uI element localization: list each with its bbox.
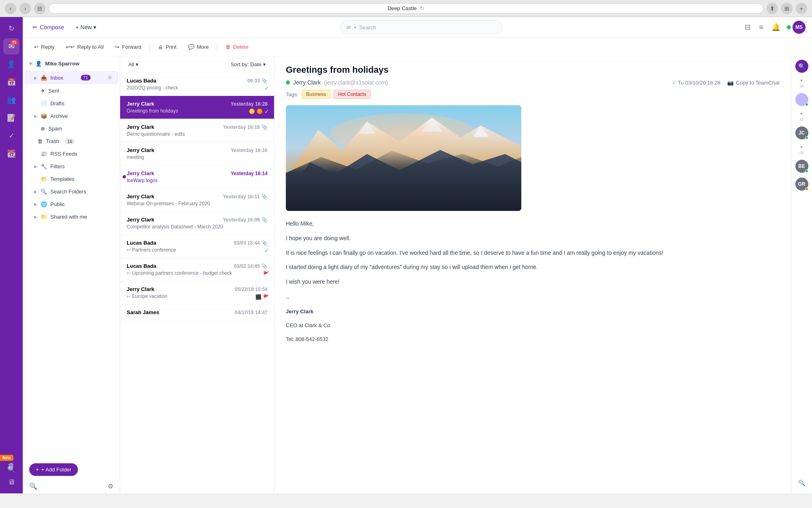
- time: 03/03 15:44: [234, 240, 260, 246]
- sidebar-item-drafts[interactable]: 📄 Drafts: [24, 98, 118, 109]
- email-sender-8: Lucas Bada 03/03 15:44 📎: [127, 240, 268, 246]
- sidebar-toggle[interactable]: ⊟: [34, 3, 45, 14]
- filter-icon-btn[interactable]: ≡: [757, 22, 765, 33]
- reply-all-icon: ↩↩: [66, 44, 75, 50]
- sidebar-item-inbox[interactable]: ▶ 📥 Inbox 71 ≡: [24, 71, 118, 84]
- time: Yesterday 16:14: [231, 171, 268, 176]
- forward-button[interactable]: ›: [19, 3, 31, 14]
- panel-avatar-2[interactable]: JC: [795, 126, 808, 139]
- sidebar-item-filters[interactable]: ▶ 🔧 Filters: [24, 161, 118, 172]
- email-item-8[interactable]: Lucas Bada 03/03 15:44 📎 ↩ Partners conf…: [120, 235, 274, 258]
- email-item-2[interactable]: Jerry Clark Yesterday 16:28 Greetings fr…: [120, 96, 274, 119]
- cal2-rail-icon[interactable]: 📆: [3, 145, 19, 162]
- reply-all-button[interactable]: ↩↩ Reply to All: [61, 41, 108, 53]
- email-sender-4: Jerry Clark Yesterday 16:16: [127, 147, 268, 153]
- svg-marker-4: [422, 117, 442, 132]
- user-avatar[interactable]: MS: [793, 21, 806, 34]
- sort-button[interactable]: Sort by: Date ▾: [227, 60, 269, 69]
- panel-avatar-1[interactable]: [795, 93, 808, 106]
- panel-search-icon[interactable]: 🔍: [795, 60, 808, 73]
- tag-business[interactable]: Business: [302, 90, 330, 99]
- time: Yesterday 16:28: [231, 101, 268, 107]
- bell-icon-btn[interactable]: 🔔: [770, 21, 782, 33]
- check-rail-icon[interactable]: ✓: [3, 128, 19, 144]
- sidebar-search-icon[interactable]: 🔍: [29, 482, 37, 490]
- panel-avatar-4[interactable]: GR: [795, 178, 808, 191]
- clip-icon: 📎: [261, 240, 268, 246]
- sidebar-item-sent[interactable]: ✈ Sent: [24, 85, 118, 97]
- search-rail-icon[interactable]: 🔍: [3, 461, 19, 477]
- compose-button[interactable]: ✏ Compose: [29, 22, 67, 33]
- online-indicator-3: [805, 169, 808, 173]
- sender-name: Jerry Clark: [127, 286, 154, 292]
- more-button[interactable]: 💬 More: [183, 41, 214, 53]
- sidebar-item-search-folders[interactable]: ▶ 🔍 Search Folders: [24, 186, 118, 198]
- new-button[interactable]: + New ▾: [72, 22, 99, 33]
- unread-dot-5: [123, 175, 126, 178]
- time: 09:33: [247, 78, 260, 84]
- action-divider-1: [149, 42, 150, 52]
- sidebar-toggle-btn[interactable]: ⊟: [743, 21, 752, 33]
- email-item-3[interactable]: Jerry Clark Yesterday 16:18 📎 Demo quest…: [120, 119, 274, 142]
- tasks-rail-icon[interactable]: 👥: [3, 92, 19, 108]
- tag-hot-contacts[interactable]: Hot Contacts: [334, 90, 371, 99]
- panel-label-x1: x1: [800, 117, 804, 122]
- sidebar-item-spam[interactable]: ⊗ Spam: [24, 123, 118, 135]
- refresh-rail-icon[interactable]: ↻: [3, 20, 19, 37]
- reply-button[interactable]: ↩ Reply: [29, 41, 59, 53]
- email-item-4[interactable]: Jerry Clark Yesterday 16:16 meeting: [120, 142, 274, 165]
- sig-tel: Tel: 808-542-6532: [286, 335, 780, 344]
- search-folders-icon: 🔍: [41, 189, 47, 195]
- email-item-7[interactable]: Jerry Clark Yesterday 16:09 📎 Competitor…: [120, 212, 274, 235]
- browser-chrome: ‹ › ⊟ Deep Castle ↻ ⬆ ⊞ +: [0, 0, 812, 17]
- new-tab-button[interactable]: ⊞: [781, 3, 793, 14]
- panel-label-ot-2: Ot: [800, 151, 804, 155]
- sender-name: Jerry Clark: [127, 124, 154, 130]
- delete-button[interactable]: 🗑 Delete: [220, 41, 253, 53]
- sidebar-item-archive[interactable]: ▶ 📦 Archive: [24, 110, 118, 122]
- search-bar[interactable]: ✉ ▾ Search: [340, 20, 503, 34]
- copy-team-button[interactable]: 📷 Copy to TeamChat: [727, 80, 780, 86]
- sidebar-settings-icon[interactable]: ⚙: [108, 482, 113, 490]
- email-icons-11: 04/17/19 14:47: [235, 310, 268, 315]
- email-item-6[interactable]: Jerry Clark Yesterday 16:11 📎 Webinar On…: [120, 189, 274, 212]
- sidebar-item-templates[interactable]: 📁 Templates: [24, 173, 118, 185]
- mail-rail-icon[interactable]: ✉ 71: [3, 38, 19, 54]
- add-folder-button[interactable]: + + Add Folder: [29, 463, 78, 476]
- panel-group-2: ▾ x1: [800, 111, 804, 122]
- action-divider-2: [217, 42, 217, 52]
- email-from: Jerry Clark (jerry.clark@x1solar.com): [286, 79, 388, 86]
- forward-button[interactable]: ↪ Forward: [110, 41, 146, 53]
- email-meta: Jerry Clark (jerry.clark@x1solar.com) ✓ …: [286, 79, 780, 86]
- email-item-1[interactable]: Lucas Bada 09:33 📎 2020/2Q pricing - che…: [120, 73, 274, 96]
- body-p2: It is nice feelings I can finally go on …: [286, 248, 780, 258]
- url-bar[interactable]: Deep Castle ↻: [49, 3, 763, 14]
- more-label: More: [197, 44, 209, 50]
- sidebar-item-trash[interactable]: 🗑 Trash 16: [24, 135, 118, 147]
- main-wrapper: ✏ Compose + New ▾ ✉ ▾ Search ⊟ ≡ 🔔: [23, 17, 812, 493]
- sidebar-item-rss[interactable]: 📰 RSS Feeds: [24, 148, 118, 160]
- docs-rail-icon[interactable]: 📝: [3, 110, 19, 126]
- back-button[interactable]: ‹: [5, 3, 16, 14]
- calendar-rail-icon[interactable]: 📅: [3, 74, 19, 90]
- inbox-menu-icon[interactable]: ≡: [108, 74, 112, 81]
- sender-name: Jerry Clark: [127, 147, 154, 153]
- print-button[interactable]: 🖨 Print: [153, 41, 181, 53]
- email-item-5[interactable]: Jerry Clark Yesterday 16:14 IceWarp logo…: [120, 165, 274, 189]
- email-item-10[interactable]: Jerry Clark 05/22/19 15:54 ↩ Europe vaca…: [120, 281, 274, 304]
- share-button[interactable]: ⬆: [767, 3, 778, 14]
- contacts-rail-icon[interactable]: 👤: [3, 56, 19, 72]
- forward-icon: ↪: [115, 44, 119, 50]
- email-sender-7: Jerry Clark Yesterday 16:09 📎: [127, 217, 268, 223]
- plus-button[interactable]: +: [796, 3, 807, 14]
- sidebar-item-public[interactable]: ▶ 🌐 Public: [24, 198, 118, 210]
- trash-icon: 🗑: [37, 138, 43, 144]
- sidebar-item-shared[interactable]: ▶ 📁 Shared with me: [24, 211, 118, 223]
- online-indicator: [805, 103, 808, 106]
- panel-bottom-search-icon[interactable]: 🔍: [795, 475, 809, 490]
- email-item-9[interactable]: Lucas Bada 03/02 14:45 📎 ↩ Upcoming part…: [120, 258, 274, 281]
- account-icon: 👤: [35, 61, 42, 67]
- panel-avatar-3[interactable]: BE: [795, 160, 808, 173]
- email-item-11[interactable]: Sarah James 04/17/19 14:47: [120, 304, 274, 322]
- filter-all-button[interactable]: All ▾: [125, 60, 142, 69]
